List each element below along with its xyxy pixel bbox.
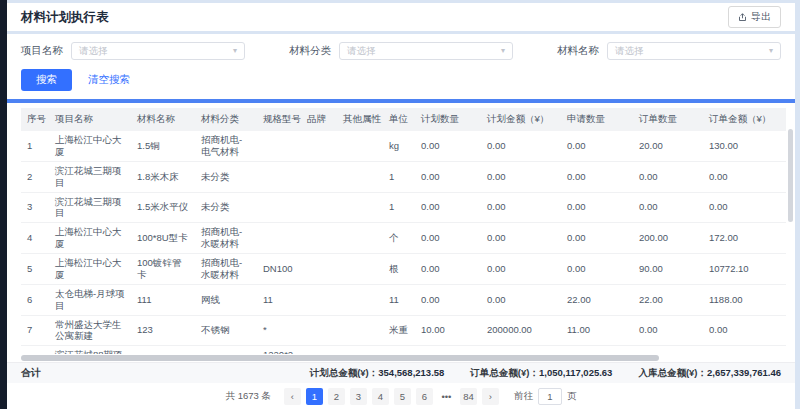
clear-search-button[interactable]: 清空搜索 <box>88 73 130 87</box>
summary-item-value: 2,657,339,761.46 <box>707 367 781 378</box>
table-cell: 未分类 <box>195 192 257 223</box>
table-cell: 0.00 <box>633 346 703 354</box>
prev-page-button[interactable]: ‹ <box>284 388 301 405</box>
top-bar: 材料计划执行表 导出 <box>7 3 795 31</box>
table-cell: 200000.00 <box>481 315 561 346</box>
table-panel: 序号项目名称材料名称材料分类规格型号品牌其他属性单位计划数量计划金额（¥）申请数… <box>7 103 795 354</box>
page-button-3[interactable]: 3 <box>350 388 367 405</box>
table-cell: 12石膏板 <box>131 346 195 354</box>
table-row: 2滨江花城三期项目1.8米木床未分类10.000.000.000.000.00 <box>21 161 786 192</box>
table-cell <box>301 131 337 161</box>
table-cell: 172.00 <box>703 223 786 254</box>
summary-item-label: 订单总金额(¥)： <box>470 367 539 378</box>
table-row: 5上海松江中心大厦100镀锌管卡招商机电-水暖材料DN100根0.000.000… <box>21 254 786 285</box>
page-button-5[interactable]: 5 <box>394 388 411 405</box>
table-cell: 4 <box>21 223 49 254</box>
table-cell: 10772.10 <box>703 254 786 285</box>
summary-bar: 合计 计划总金额(¥)：354,568,213.58订单总金额(¥)：1,050… <box>7 362 795 383</box>
export-button[interactable]: 导出 <box>728 6 781 28</box>
table-cell: 太仓电梯-月球项目 <box>49 284 131 315</box>
filter-label: 项目名称 <box>21 44 63 58</box>
table-cell: 0.00 <box>481 346 561 354</box>
page-ellipsis: ••• <box>438 388 455 405</box>
table-cell: 招商机电-水暖材料 <box>195 223 257 254</box>
column-header: 材料名称 <box>131 108 195 131</box>
column-header: 品牌 <box>301 108 337 131</box>
table-cell: 0.00 <box>415 192 481 223</box>
table-cell <box>337 161 383 192</box>
table-cell: 100*8U型卡 <box>131 223 195 254</box>
column-header: 其他属性 <box>337 108 383 131</box>
chevron-down-icon: ▾ <box>501 47 505 55</box>
table-cell <box>337 192 383 223</box>
table-cell: 招商机电-电气材料 <box>195 131 257 161</box>
page-buttons: 123456•••84 <box>306 388 477 405</box>
column-header: 项目名称 <box>49 108 131 131</box>
table-cell: 11 <box>257 284 301 315</box>
goto-suffix: 页 <box>567 390 577 403</box>
vertical-scrollbar[interactable] <box>788 129 793 350</box>
search-button[interactable]: 搜索 <box>21 69 72 91</box>
table-cell: 90.00 <box>633 254 703 285</box>
horizontal-scrollbar[interactable] <box>7 354 795 362</box>
vertical-scroll-thumb[interactable] <box>788 129 793 222</box>
page-button-1[interactable]: 1 <box>306 388 323 405</box>
table-cell: 0.00 <box>703 315 786 346</box>
filter-project-name: 项目名称请选择▾ <box>21 42 245 60</box>
next-page-button[interactable]: › <box>482 388 499 405</box>
export-icon <box>738 13 747 22</box>
table-cell: 1.5米水平仪 <box>131 192 195 223</box>
page-button-4[interactable]: 4 <box>372 388 389 405</box>
filter-material-name-select[interactable]: 请选择▾ <box>607 42 781 60</box>
summary-item: 计划总金额(¥)：354,568,213.58 <box>310 367 445 380</box>
table-cell: 3 <box>21 192 49 223</box>
table-cell: 龙牌 <box>301 346 337 354</box>
table-cell: 不锈钢 <box>195 315 257 346</box>
table-cell: 0.00 <box>561 161 633 192</box>
table-cell: 0.00 <box>481 254 561 285</box>
page-button-2[interactable]: 2 <box>328 388 345 405</box>
column-header: 订单数量 <box>633 108 703 131</box>
column-header: 申请数量 <box>561 108 633 131</box>
table-cell <box>337 346 383 354</box>
page-button-6[interactable]: 6 <box>416 388 433 405</box>
table-row: 3滨江花城三期项目1.5米水平仪未分类10.000.000.000.000.00 <box>21 192 786 223</box>
column-header: 规格型号 <box>257 108 301 131</box>
filter-material-category: 材料分类请选择▾ <box>289 42 513 60</box>
table-cell: 上海松江中心大厦 <box>49 254 131 285</box>
table-cell: kg <box>383 131 415 161</box>
filter-material-category-select[interactable]: 请选择▾ <box>339 42 513 60</box>
table-cell: 1 <box>21 131 49 161</box>
table-cell: 0.00 <box>481 192 561 223</box>
table-cell: 网线 <box>195 284 257 315</box>
table-cell: 200.00 <box>633 223 703 254</box>
table-cell: 米重 <box>383 315 415 346</box>
horizontal-scroll-thumb[interactable] <box>21 355 659 361</box>
table-row: 6太仓电梯-月球项目111网线11110.000.0022.0022.00118… <box>21 284 786 315</box>
table-cell: 0.00 <box>561 192 633 223</box>
table-cell: 8 <box>21 346 49 354</box>
total-count: 共 1673 条 <box>226 390 271 403</box>
select-placeholder: 请选择 <box>347 45 376 58</box>
filter-row: 项目名称请选择▾材料分类请选择▾材料名称请选择▾ <box>21 42 781 60</box>
table-cell: 0.00 <box>703 192 786 223</box>
table-cell: 1 <box>383 161 415 192</box>
table-cell: 2 <box>21 161 49 192</box>
table-cell: 0.00 <box>481 223 561 254</box>
table-cell: 0.00 <box>633 192 703 223</box>
table-cell: 0.00 <box>415 346 481 354</box>
table-cell: 常州盛达大学生公寓新建 <box>49 315 131 346</box>
table-cell: 22.00 <box>633 284 703 315</box>
table-cell: 0.00 <box>415 223 481 254</box>
filter-actions: 搜索 清空搜索 <box>21 69 781 91</box>
table-body: 1上海松江中心大厦1.5铜招商机电-电气材料kg0.000.000.0020.0… <box>21 131 786 354</box>
column-header: 订单金额（¥） <box>703 108 786 131</box>
page-button-84[interactable]: 84 <box>460 388 477 405</box>
table-cell <box>337 315 383 346</box>
table-cell: 0.00 <box>561 223 633 254</box>
table-cell <box>301 254 337 285</box>
filter-project-name-select[interactable]: 请选择▾ <box>71 42 245 60</box>
goto-page-input[interactable] <box>538 388 562 405</box>
collapsed-sidebar[interactable] <box>0 0 7 409</box>
filter-panel: 项目名称请选择▾材料分类请选择▾材料名称请选择▾ 搜索 清空搜索 <box>7 34 795 99</box>
